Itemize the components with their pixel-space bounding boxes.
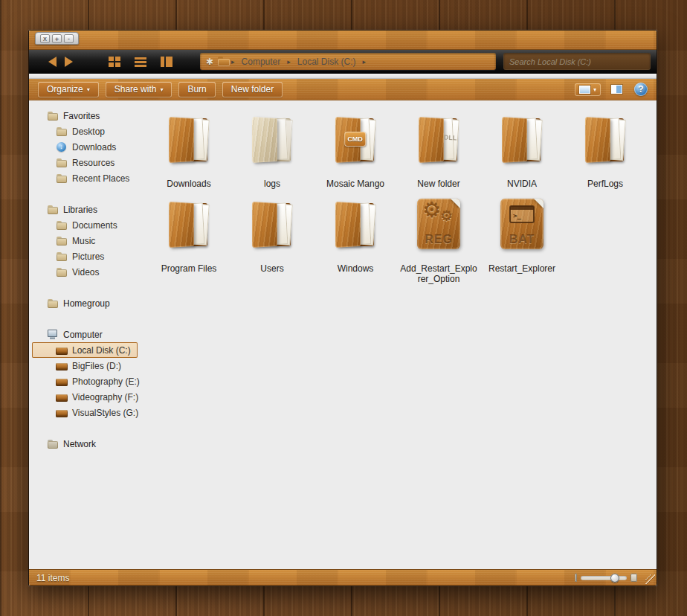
sidebar-item-label: BigFiles (D:) [72,361,121,371]
drive-icon [56,361,68,371]
sidebar-item-music[interactable]: Music [32,233,138,248]
sidebar-item-label: Videos [72,267,99,277]
window-body: FavoritesDesktopDownloadsResourcesRecent… [29,100,657,569]
sidebar-item-photography-e[interactable]: Photography (E:) [32,373,138,389]
search-input[interactable] [509,57,645,66]
breadcrumb-separator-icon: ▸ [363,58,367,65]
folded-corner-icon [451,199,460,208]
file-icon-wrap: DLL [413,113,464,174]
resize-grip[interactable] [645,574,655,584]
file-icon-wrap [164,198,214,259]
file-item-perflogs[interactable]: PerfLogs [564,106,647,189]
sidebar-section-favorites[interactable]: Favorites [32,108,138,123]
sidebar-item-local-disk-c[interactable]: Local Disk (C:) [32,342,138,358]
back-button[interactable] [44,54,60,70]
sidebar-section-gap [29,420,142,436]
sidebar-item-label: Documents [72,220,117,231]
view-large-icons-button[interactable] [106,54,123,70]
breadcrumb-item-local-disk-c[interactable]: Local Disk (C:) [291,57,363,67]
folder-cover-art [585,117,610,163]
folder-icon [330,198,381,251]
search-box[interactable] [503,53,651,70]
back-arrow-icon [48,57,57,67]
computer-icon [47,330,59,340]
menu-strip [29,74,657,79]
sidebar-item-bigfiles-d[interactable]: BigFiles (D:) [32,358,138,373]
file-icon-wrap [247,198,297,259]
sidebar-item-desktop[interactable]: Desktop [32,123,138,139]
file-item-mosaic-mango[interactable]: CMDMosaic Mango [314,106,397,189]
window-maximize-button[interactable]: + [52,34,62,43]
sidebar-item-videos[interactable]: Videos [32,264,138,280]
burn-button[interactable]: Burn [178,82,215,97]
title-bar[interactable]: x+- [29,31,657,50]
file-item-label: Program Files [161,263,217,274]
folder-tan-icon [56,126,68,137]
sidebar-section-homegroup[interactable]: Homegroup [32,295,138,311]
sidebar-item-label: Resources [72,158,115,168]
zoom-thumb[interactable] [610,574,619,583]
zoom-out-end[interactable] [575,574,577,582]
file-item-program-files[interactable]: Program Files [147,191,230,284]
item-count: 11 items [36,573,69,583]
sidebar-item-documents[interactable]: Documents [32,217,138,233]
share-with-button[interactable]: Share with▾ [106,82,172,97]
file-item-add-restart-explorer-option[interactable]: ⚙⚙REGAdd_Restart_Explorer_Option [397,191,480,284]
list-view-icon [135,57,146,67]
preview-pane-button[interactable]: ▾ [575,83,601,96]
organize-button[interactable]: Organize▾ [38,82,99,97]
new-folder-button[interactable]: New folder [222,82,283,97]
folder-icon [497,113,547,167]
view-panes-button[interactable] [158,54,175,70]
file-item-logs[interactable]: logs [230,106,314,189]
forward-button[interactable] [60,54,77,70]
file-item-new-folder[interactable]: DLLNew folder [397,106,480,189]
sidebar-item-label: Photography (E:) [72,376,140,387]
sidebar-tree: FavoritesDesktopDownloadsResourcesRecent… [29,100,142,569]
file-item-restart-explorer[interactable]: >_BATRestart_Explorer [480,191,564,284]
file-item-users[interactable]: Users [230,191,314,284]
folder-icon [164,113,214,167]
sidebar-section-computer[interactable]: Computer [32,327,138,342]
sidebar-item-downloads[interactable]: Downloads [32,139,138,155]
file-item-label: Add_Restart_Explorer_Option [400,263,477,284]
explorer-window: x+- ✱ ▸Computer▸Local Disk (C:)▸ Organiz… [28,30,657,586]
address-bar[interactable]: ✱ ▸Computer▸Local Disk (C:)▸ [200,53,496,70]
view-list-button[interactable] [132,54,149,70]
sidebar-item-videography-f[interactable]: Videography (F:) [32,389,138,405]
file-item-downloads[interactable]: Downloads [147,106,230,189]
sidebar-item-resources[interactable]: Resources [32,155,138,170]
window-close-button[interactable]: x [40,34,50,43]
zoom-in-end[interactable] [630,574,637,582]
file-item-windows[interactable]: Windows [314,191,397,284]
breadcrumb: ▸Computer▸Local Disk (C:)▸ [231,57,366,67]
sidebar-item-label: Desktop [72,126,105,137]
folder-cover-art [419,117,444,163]
file-type-badge: BAT [500,233,544,246]
zoom-slider[interactable] [575,574,637,582]
details-pane-button[interactable] [607,83,627,96]
help-button[interactable]: ? [634,83,648,96]
breadcrumb-item-computer[interactable]: Computer [235,57,288,67]
file-grid: DownloadslogsCMDMosaic MangoDLLNew folde… [142,100,657,569]
sidebar-section-network[interactable]: Network [32,436,138,452]
caret-down-icon: ▾ [87,86,90,93]
sidebar-item-label: Music [72,236,95,246]
sidebar-item-pictures[interactable]: Pictures [32,248,138,264]
file-item-nvidia[interactable]: NVIDIA [480,106,564,189]
zoom-track[interactable] [581,576,627,580]
drive-icon [56,392,68,402]
sidebar-item-visualstyles-g[interactable]: VisualStyles (G:) [32,405,138,420]
details-pane-icon [611,85,622,94]
refresh-icon[interactable]: ✱ [206,57,213,67]
window-minimize-button[interactable]: - [64,34,74,43]
sidebar-item-recent-places[interactable]: Recent Places [32,170,138,186]
file-item-label: Windows [338,263,374,274]
sidebar-item-label: Pictures [72,251,104,262]
sidebar-section-gap [29,311,142,327]
sidebar-section-libraries[interactable]: Libraries [32,202,138,217]
file-item-label: Mosaic Mango [326,179,384,189]
reg-document-art: ⚙⚙REG [417,199,460,249]
terminal-icon: >_ [509,205,535,223]
toolbar-button-label: Organize [47,84,83,94]
